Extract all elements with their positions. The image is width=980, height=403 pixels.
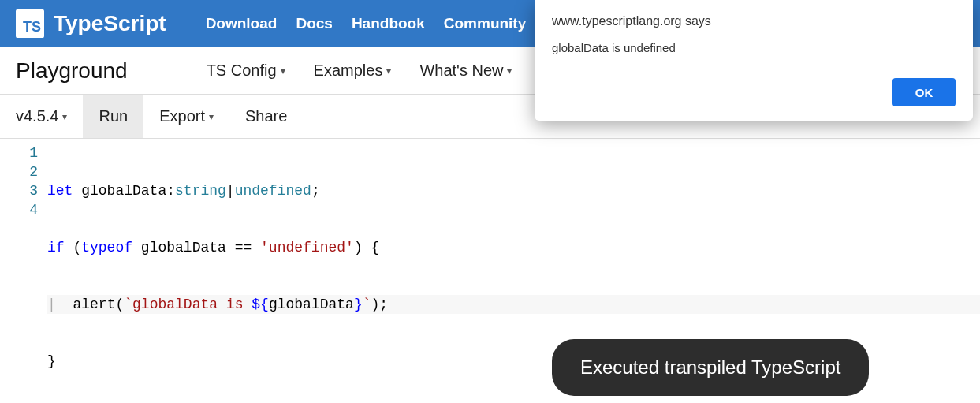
caret-down-icon: ▾ (507, 65, 512, 76)
alert-origin: www.typescriptlang.org says (552, 14, 956, 28)
ok-button[interactable]: OK (892, 78, 956, 106)
caret-down-icon: ▾ (62, 111, 67, 122)
page-title: Playground (16, 58, 128, 84)
line-number: 4 (0, 200, 38, 219)
toast-message: Executed transpiled TypeScript (552, 339, 869, 396)
nav-download[interactable]: Download (206, 15, 278, 32)
version-dropdown[interactable]: v4.5.4 ▾ (0, 95, 83, 138)
code-line: | alert(`globalData is ${globalData}`); (47, 295, 980, 314)
nav-community[interactable]: Community (444, 15, 527, 32)
menu-ts-config-label: TS Config (207, 62, 277, 80)
line-number: 3 (0, 181, 38, 200)
caret-down-icon: ▾ (386, 65, 391, 76)
line-gutter: 1 2 3 4 (0, 144, 47, 403)
brand-name[interactable]: TypeScript (54, 11, 166, 36)
top-nav-links: Download Docs Handbook Community (206, 15, 527, 32)
menu-ts-config[interactable]: TS Config ▾ (207, 62, 285, 80)
menu-whats-new[interactable]: What's New ▾ (419, 62, 512, 80)
menu-examples-label: Examples (314, 62, 383, 80)
menu-whats-new-label: What's New (419, 62, 503, 80)
playground-menu: TS Config ▾ Examples ▾ What's New ▾ (207, 62, 512, 80)
menu-examples[interactable]: Examples ▾ (314, 62, 392, 80)
version-label: v4.5.4 (16, 107, 58, 125)
ts-logo-icon[interactable]: TS (16, 9, 44, 38)
code-line: if (typeof globalData == 'undefined') { (47, 238, 980, 257)
nav-handbook[interactable]: Handbook (352, 15, 425, 32)
alert-dialog: www.typescriptlang.org says globalData i… (535, 0, 973, 121)
alert-actions: OK (552, 78, 956, 106)
caret-down-icon: ▾ (281, 65, 285, 76)
run-button[interactable]: Run (83, 95, 143, 138)
code-line: let globalData:string|undefined; (47, 181, 980, 200)
export-dropdown[interactable]: Export ▾ (143, 95, 229, 138)
share-button[interactable]: Share (229, 95, 303, 138)
alert-message: globalData is undefined (552, 41, 956, 54)
line-number: 2 (0, 162, 38, 181)
caret-down-icon: ▾ (209, 111, 214, 122)
nav-docs[interactable]: Docs (296, 15, 332, 32)
export-label: Export (159, 107, 205, 125)
line-number: 1 (0, 144, 38, 162)
